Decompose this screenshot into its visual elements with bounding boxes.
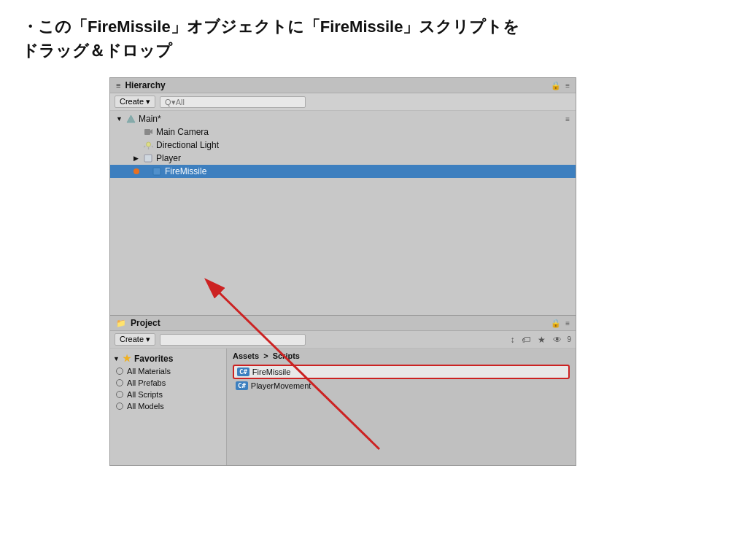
hierarchy-lock-icon: 🔒 bbox=[551, 81, 561, 90]
file-playermovement-label: PlayerMovement bbox=[251, 381, 311, 390]
project-search-input[interactable] bbox=[165, 335, 301, 344]
fav-all-materials-label: All Materials bbox=[127, 367, 171, 376]
cs-badge-playermovement: C# bbox=[236, 381, 248, 390]
search-circle-models bbox=[116, 402, 123, 410]
tree-item-main-label: Main* bbox=[139, 114, 161, 124]
scene-icon bbox=[125, 114, 136, 124]
favorites-arrow: ▼ bbox=[113, 355, 120, 362]
search-circle-prefabs bbox=[116, 379, 123, 386]
tree-item-camera-label: Main Camera bbox=[156, 127, 209, 137]
project-tag-icon[interactable]: 🏷 bbox=[519, 334, 533, 346]
project-scripts-panel: Assets > Scripts C# FireMissile C# Playe… bbox=[227, 349, 576, 465]
hierarchy-create-button[interactable]: Create ▾ bbox=[115, 96, 155, 108]
fav-all-models-label: All Models bbox=[127, 402, 164, 411]
breadcrumb-assets: Assets bbox=[233, 351, 259, 360]
favorites-label: Favorites bbox=[134, 354, 173, 364]
panels-wrapper: ≡ Hierarchy 🔒 ≡ Create ▾ bbox=[22, 77, 725, 466]
fav-all-prefabs[interactable]: All Prefabs bbox=[110, 377, 226, 389]
tree-item-firemissile-label: FireMissile bbox=[165, 166, 206, 176]
svg-rect-1 bbox=[144, 129, 150, 135]
tree-item-directional-light[interactable]: Directional Light bbox=[110, 139, 576, 152]
hierarchy-search-input[interactable] bbox=[165, 98, 301, 106]
search-circle-materials bbox=[116, 368, 123, 375]
hierarchy-list-icon: ≡ bbox=[116, 81, 120, 90]
project-breadcrumb: Assets > Scripts bbox=[233, 351, 570, 360]
svg-rect-8 bbox=[153, 168, 160, 175]
project-eye-icon[interactable]: 👁 bbox=[551, 334, 564, 346]
cs-badge-firemissile: C# bbox=[237, 368, 249, 376]
svg-marker-0 bbox=[127, 115, 135, 122]
project-title-bar: 📁 Project 🔒 ≡ bbox=[110, 316, 576, 331]
project-toolbar: Create ▾ ↕ 🏷 ★ 👁 9 bbox=[110, 331, 576, 349]
file-firemissile-label: FireMissile bbox=[252, 368, 291, 376]
page-container: ・この「FireMissile」オブジェクトに「FireMissile」スクリプ… bbox=[0, 0, 747, 560]
instruction-sub-text: ドラッグ＆ドロップ bbox=[22, 42, 172, 60]
camera-icon bbox=[143, 127, 153, 137]
project-lock-icon: 🔒 bbox=[551, 319, 561, 328]
project-eye-count: 9 bbox=[567, 335, 571, 343]
tree-item-player-label: Player bbox=[156, 153, 181, 163]
favorites-header: ▼ ★ Favorites bbox=[110, 351, 226, 365]
tree-item-menu[interactable]: ≡ bbox=[565, 115, 570, 123]
svg-line-5 bbox=[144, 146, 145, 147]
svg-marker-2 bbox=[150, 129, 152, 134]
search-circle-scripts bbox=[116, 391, 123, 398]
svg-line-6 bbox=[152, 146, 153, 147]
svg-point-3 bbox=[146, 142, 150, 147]
breadcrumb-arrow: > bbox=[263, 351, 268, 360]
panels-container: ≡ Hierarchy 🔒 ≡ Create ▾ bbox=[109, 77, 576, 466]
light-icon bbox=[143, 140, 153, 150]
file-item-firemissile[interactable]: C# FireMissile bbox=[233, 365, 570, 379]
tree-arrow-player: ▶ bbox=[133, 155, 141, 162]
instruction-bullet: ・ bbox=[22, 18, 38, 36]
fav-all-scripts[interactable]: All Scripts bbox=[110, 389, 226, 400]
svg-rect-7 bbox=[144, 155, 152, 162]
firemissile-cube-icon bbox=[152, 166, 162, 176]
fav-all-scripts-label: All Scripts bbox=[127, 390, 163, 399]
tree-arrow-main: ▼ bbox=[116, 115, 123, 122]
hierarchy-panel: ≡ Hierarchy 🔒 ≡ Create ▾ bbox=[109, 77, 576, 316]
fav-all-materials[interactable]: All Materials bbox=[110, 365, 226, 377]
project-search-box[interactable] bbox=[160, 334, 306, 346]
project-panel: 📁 Project 🔒 ≡ Create ▾ ↕ 🏷 bbox=[109, 316, 576, 466]
hierarchy-title: Hierarchy bbox=[125, 80, 165, 90]
tree-item-main-camera[interactable]: Main Camera bbox=[110, 125, 576, 139]
project-menu-icon[interactable]: ≡ bbox=[565, 319, 570, 327]
instruction-main-text: この「FireMissile」オブジェクトに「FireMissile」スクリプト… bbox=[38, 18, 519, 36]
fav-all-models[interactable]: All Models bbox=[110, 400, 226, 412]
file-item-playermovement[interactable]: C# PlayerMovement bbox=[233, 380, 570, 392]
hierarchy-content: ▼ Main* ≡ bbox=[110, 111, 576, 315]
project-star-icon[interactable]: ★ bbox=[535, 334, 548, 346]
hierarchy-menu-icon[interactable]: ≡ bbox=[565, 82, 570, 90]
firemissile-active-dot bbox=[133, 168, 139, 174]
instruction-block: ・この「FireMissile」オブジェクトに「FireMissile」スクリプ… bbox=[22, 15, 725, 63]
project-folder-icon: 📁 bbox=[116, 319, 126, 328]
favorites-star-icon: ★ bbox=[123, 353, 131, 364]
tree-item-main[interactable]: ▼ Main* ≡ bbox=[110, 112, 576, 125]
project-sort-icon[interactable]: ↕ bbox=[508, 334, 516, 346]
hierarchy-title-bar: ≡ Hierarchy 🔒 ≡ bbox=[110, 78, 576, 93]
project-favorites-panel: ▼ ★ Favorites All Materials All Prefabs bbox=[110, 349, 227, 465]
project-content: ▼ ★ Favorites All Materials All Prefabs bbox=[110, 349, 576, 465]
tree-item-firemissile[interactable]: FireMissile bbox=[110, 165, 576, 178]
tree-item-player[interactable]: ▶ Player bbox=[110, 152, 576, 165]
fav-all-prefabs-label: All Prefabs bbox=[127, 378, 166, 387]
project-title: Project bbox=[131, 318, 160, 328]
player-cube-icon bbox=[143, 153, 153, 163]
project-create-button[interactable]: Create ▾ bbox=[115, 333, 155, 346]
hierarchy-search-box[interactable] bbox=[160, 96, 306, 108]
breadcrumb-scripts: Scripts bbox=[273, 351, 300, 360]
project-toolbar-right: ↕ 🏷 ★ 👁 9 bbox=[508, 334, 571, 346]
tree-item-light-label: Directional Light bbox=[156, 140, 219, 150]
hierarchy-toolbar: Create ▾ bbox=[110, 93, 576, 111]
